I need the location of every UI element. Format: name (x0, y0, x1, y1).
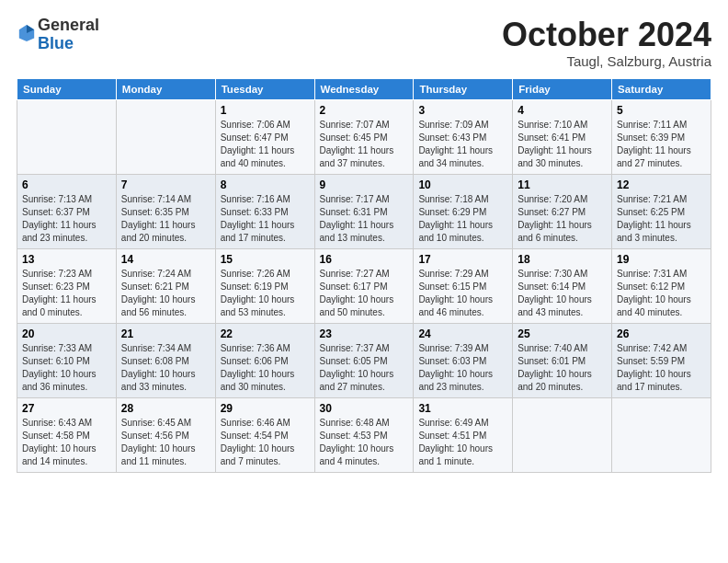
day-number: 17 (418, 253, 507, 266)
day-number: 2 (320, 104, 409, 117)
weekday-header-monday: Monday (116, 78, 215, 99)
day-cell: 7Sunrise: 7:14 AMSunset: 6:35 PMDaylight… (116, 174, 215, 248)
day-number: 26 (617, 327, 706, 340)
day-number: 31 (418, 402, 507, 415)
week-row-5: 27Sunrise: 6:43 AMSunset: 4:58 PMDayligh… (17, 397, 711, 472)
day-number: 20 (22, 327, 111, 340)
day-info: Sunrise: 7:13 AMSunset: 6:37 PMDaylight:… (22, 193, 111, 245)
day-info: Sunrise: 7:11 AMSunset: 6:39 PMDaylight:… (617, 119, 706, 170)
day-cell: 13Sunrise: 7:23 AMSunset: 6:23 PMDayligh… (17, 248, 117, 323)
day-cell: 5Sunrise: 7:11 AMSunset: 6:39 PMDaylight… (612, 99, 711, 174)
day-number: 23 (320, 327, 409, 340)
day-cell: 8Sunrise: 7:16 AMSunset: 6:33 PMDaylight… (215, 174, 314, 248)
day-cell: 15Sunrise: 7:26 AMSunset: 6:19 PMDayligh… (215, 248, 314, 323)
logo: General Blue (17, 17, 99, 53)
day-info: Sunrise: 7:16 AMSunset: 6:33 PMDaylight:… (221, 193, 310, 245)
week-row-3: 13Sunrise: 7:23 AMSunset: 6:23 PMDayligh… (17, 248, 711, 323)
day-number: 16 (320, 253, 409, 266)
day-cell: 16Sunrise: 7:27 AMSunset: 6:17 PMDayligh… (314, 248, 414, 323)
day-info: Sunrise: 7:30 AMSunset: 6:14 PMDaylight:… (518, 268, 607, 319)
day-number: 4 (518, 104, 607, 117)
day-info: Sunrise: 6:49 AMSunset: 4:51 PMDaylight:… (418, 417, 507, 468)
day-info: Sunrise: 7:40 AMSunset: 6:01 PMDaylight:… (518, 342, 607, 394)
day-info: Sunrise: 7:17 AMSunset: 6:31 PMDaylight:… (320, 193, 409, 245)
day-number: 12 (617, 178, 706, 191)
weekday-header-row: SundayMondayTuesdayWednesdayThursdayFrid… (17, 78, 711, 99)
day-info: Sunrise: 7:14 AMSunset: 6:35 PMDaylight:… (121, 193, 210, 245)
day-info: Sunrise: 6:43 AMSunset: 4:58 PMDaylight:… (22, 417, 111, 468)
day-number: 6 (22, 178, 111, 191)
logo-general: General (38, 16, 99, 34)
day-cell: 26Sunrise: 7:42 AMSunset: 5:59 PMDayligh… (612, 323, 711, 397)
title-block: October 2024 Taugl, Salzburg, Austria (502, 17, 711, 69)
title-location: Taugl, Salzburg, Austria (502, 53, 711, 69)
day-cell: 20Sunrise: 7:33 AMSunset: 6:10 PMDayligh… (17, 323, 117, 397)
day-cell: 29Sunrise: 6:46 AMSunset: 4:54 PMDayligh… (215, 397, 314, 472)
day-number: 18 (518, 253, 607, 266)
page: General Blue October 2024 Taugl, Salzbur… (0, 0, 728, 563)
day-number: 9 (320, 178, 409, 191)
day-cell: 3Sunrise: 7:09 AMSunset: 6:43 PMDaylight… (414, 99, 513, 174)
day-info: Sunrise: 7:33 AMSunset: 6:10 PMDaylight:… (22, 342, 111, 394)
day-info: Sunrise: 6:45 AMSunset: 4:56 PMDaylight:… (121, 417, 210, 468)
week-row-4: 20Sunrise: 7:33 AMSunset: 6:10 PMDayligh… (17, 323, 711, 397)
day-cell: 23Sunrise: 7:37 AMSunset: 6:05 PMDayligh… (314, 323, 414, 397)
day-number: 27 (22, 402, 111, 415)
day-number: 3 (418, 104, 507, 117)
day-info: Sunrise: 7:21 AMSunset: 6:25 PMDaylight:… (617, 193, 706, 245)
day-number: 14 (121, 253, 210, 266)
day-cell: 12Sunrise: 7:21 AMSunset: 6:25 PMDayligh… (612, 174, 711, 248)
day-cell: 4Sunrise: 7:10 AMSunset: 6:41 PMDaylight… (513, 99, 612, 174)
day-cell (17, 99, 117, 174)
day-info: Sunrise: 7:37 AMSunset: 6:05 PMDaylight:… (320, 342, 409, 394)
day-number: 19 (617, 253, 706, 266)
title-month: October 2024 (502, 17, 711, 53)
day-info: Sunrise: 6:46 AMSunset: 4:54 PMDaylight:… (221, 417, 310, 468)
calendar-body: 1Sunrise: 7:06 AMSunset: 6:47 PMDaylight… (17, 99, 711, 472)
day-number: 28 (121, 402, 210, 415)
day-number: 1 (221, 104, 310, 117)
day-cell: 1Sunrise: 7:06 AMSunset: 6:47 PMDaylight… (215, 99, 314, 174)
day-cell: 22Sunrise: 7:36 AMSunset: 6:06 PMDayligh… (215, 323, 314, 397)
day-cell (513, 397, 612, 472)
day-info: Sunrise: 7:06 AMSunset: 6:47 PMDaylight:… (221, 119, 310, 170)
day-cell: 31Sunrise: 6:49 AMSunset: 4:51 PMDayligh… (414, 397, 513, 472)
day-info: Sunrise: 7:27 AMSunset: 6:17 PMDaylight:… (320, 268, 409, 319)
day-number: 24 (418, 327, 507, 340)
day-info: Sunrise: 7:10 AMSunset: 6:41 PMDaylight:… (518, 119, 607, 170)
day-number: 25 (518, 327, 607, 340)
day-cell: 18Sunrise: 7:30 AMSunset: 6:14 PMDayligh… (513, 248, 612, 323)
day-cell: 27Sunrise: 6:43 AMSunset: 4:58 PMDayligh… (17, 397, 117, 472)
day-number: 30 (320, 402, 409, 415)
day-cell: 6Sunrise: 7:13 AMSunset: 6:37 PMDaylight… (17, 174, 117, 248)
weekday-header-friday: Friday (513, 78, 612, 99)
day-info: Sunrise: 7:34 AMSunset: 6:08 PMDaylight:… (121, 342, 210, 394)
day-cell: 17Sunrise: 7:29 AMSunset: 6:15 PMDayligh… (414, 248, 513, 323)
day-info: Sunrise: 7:18 AMSunset: 6:29 PMDaylight:… (418, 193, 507, 245)
logo-icon (17, 23, 36, 43)
day-cell: 19Sunrise: 7:31 AMSunset: 6:12 PMDayligh… (612, 248, 711, 323)
day-info: Sunrise: 7:07 AMSunset: 6:45 PMDaylight:… (320, 119, 409, 170)
day-info: Sunrise: 7:26 AMSunset: 6:19 PMDaylight:… (221, 268, 310, 319)
day-cell (116, 99, 215, 174)
day-info: Sunrise: 7:31 AMSunset: 6:12 PMDaylight:… (617, 268, 706, 319)
weekday-header-saturday: Saturday (612, 78, 711, 99)
day-number: 8 (221, 178, 310, 191)
day-info: Sunrise: 7:09 AMSunset: 6:43 PMDaylight:… (418, 119, 507, 170)
day-number: 5 (617, 104, 706, 117)
day-info: Sunrise: 7:39 AMSunset: 6:03 PMDaylight:… (418, 342, 507, 394)
day-cell: 21Sunrise: 7:34 AMSunset: 6:08 PMDayligh… (116, 323, 215, 397)
day-number: 11 (518, 178, 607, 191)
day-cell (612, 397, 711, 472)
header: General Blue October 2024 Taugl, Salzbur… (17, 17, 711, 69)
calendar: SundayMondayTuesdayWednesdayThursdayFrid… (17, 78, 711, 473)
day-number: 22 (221, 327, 310, 340)
day-cell: 14Sunrise: 7:24 AMSunset: 6:21 PMDayligh… (116, 248, 215, 323)
day-cell: 24Sunrise: 7:39 AMSunset: 6:03 PMDayligh… (414, 323, 513, 397)
day-cell: 30Sunrise: 6:48 AMSunset: 4:53 PMDayligh… (314, 397, 414, 472)
weekday-header-sunday: Sunday (17, 78, 117, 99)
day-number: 21 (121, 327, 210, 340)
weekday-header-wednesday: Wednesday (314, 78, 414, 99)
weekday-header-thursday: Thursday (414, 78, 513, 99)
week-row-1: 1Sunrise: 7:06 AMSunset: 6:47 PMDaylight… (17, 99, 711, 174)
